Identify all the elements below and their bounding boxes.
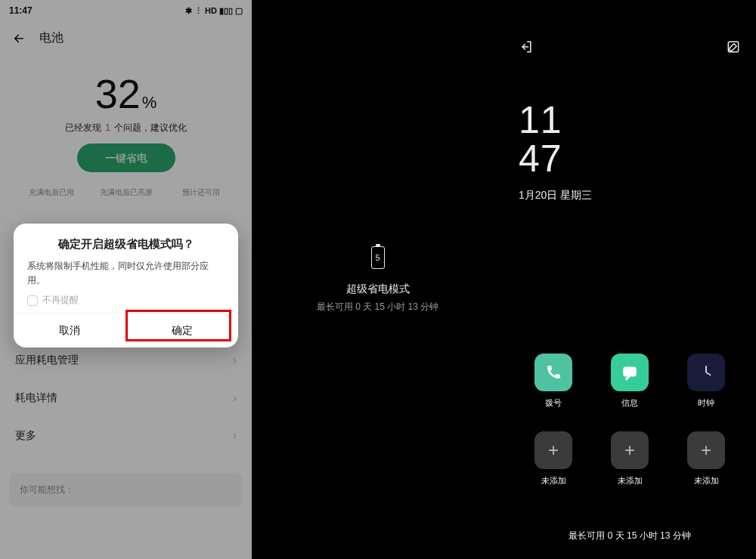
lock-clock: 11 47	[519, 101, 741, 178]
phone-icon	[534, 354, 572, 391]
battery-settings-screen: 11:47 ✱ ⋮ HD ▮▯▯ ▢ 电池 32% 已经发现 1 个问题，建议优…	[0, 0, 252, 559]
message-icon	[611, 354, 649, 391]
edit-icon[interactable]	[726, 39, 741, 57]
lock-date: 1月20日 星期三	[519, 189, 741, 202]
remaining-time-footer: 最长可用 0 天 15 小时 13 分钟	[503, 530, 756, 542]
app-label: 未添加	[618, 475, 643, 486]
app-clock[interactable]: 时钟	[680, 354, 733, 409]
app-dial[interactable]: 拨号	[527, 354, 580, 409]
checkbox-icon[interactable]	[27, 295, 38, 306]
app-add-slot-2[interactable]: + 未添加	[603, 431, 656, 486]
page-title: 电池	[39, 30, 64, 46]
chevron-right-icon: ›	[233, 429, 237, 443]
modal-check-label: 不再提醒	[42, 294, 79, 307]
status-time: 11:47	[9, 5, 33, 16]
super-saver-title: 超级省电模式	[346, 283, 410, 296]
chevron-right-icon: ›	[233, 354, 237, 367]
confirm-button[interactable]: 确定	[125, 313, 238, 347]
menu-power-detail[interactable]: 耗电详情 ›	[0, 379, 252, 417]
clock-hour: 11	[519, 101, 741, 140]
optimize-button[interactable]: 一键省电	[77, 144, 175, 172]
issues-prefix: 已经发现	[65, 122, 101, 133]
cancel-button[interactable]: 取消	[14, 313, 125, 347]
exit-icon[interactable]	[519, 39, 534, 57]
charge-info-row: 充满电后已用 充满电后已亮屏 预计还可用	[0, 187, 252, 198]
you-may-want-card[interactable]: 你可能想找：	[9, 473, 243, 507]
super-saver-info-screen: 5 超级省电模式 最长可用 0 天 15 小时 13 分钟	[252, 0, 503, 559]
app-add-slot-3[interactable]: + 未添加	[680, 431, 733, 486]
issues-count: 1	[105, 122, 110, 133]
confirm-super-saver-modal: 确定开启超级省电模式吗？ 系统将限制手机性能，同时仅允许使用部分应用。 不再提醒…	[14, 224, 238, 347]
super-saver-home-screen: 11 47 1月20日 星期三 拨号 信息 时钟 + 未添加 +	[503, 0, 756, 559]
plus-icon: +	[611, 431, 649, 469]
back-icon[interactable]	[12, 32, 26, 45]
home-top-bar	[519, 0, 741, 57]
menu-more[interactable]: 更多 ›	[0, 417, 252, 455]
plus-icon: +	[687, 431, 725, 469]
battery-percentage: 32%	[0, 70, 252, 117]
clock-minute: 47	[519, 140, 741, 178]
percent-sign: %	[142, 93, 157, 112]
menu-label: 更多	[15, 429, 36, 443]
app-messages[interactable]: 信息	[603, 354, 656, 409]
chevron-right-icon: ›	[233, 391, 237, 405]
issues-suffix: 个问题，建议优化	[114, 122, 187, 133]
super-saver-sub: 最长可用 0 天 15 小时 13 分钟	[317, 301, 438, 313]
modal-button-row: 取消 确定	[14, 313, 238, 347]
battery-icon: 5	[371, 246, 385, 269]
app-add-slot-1[interactable]: + 未添加	[527, 431, 580, 486]
charge-col-used: 充满电后已用	[14, 187, 88, 198]
battery-value: 32	[95, 71, 141, 116]
plus-icon: +	[534, 431, 572, 469]
status-icons: ✱ ⋮ HD ▮▯▯ ▢	[185, 6, 243, 16]
app-label: 未添加	[694, 475, 719, 486]
battery-icon-number: 5	[375, 253, 380, 262]
status-bar: 11:47 ✱ ⋮ HD ▮▯▯ ▢	[0, 0, 252, 21]
app-label: 拨号	[545, 397, 562, 409]
issues-found-text: 已经发现 1 个问题，建议优化	[0, 122, 252, 134]
page-header: 电池	[0, 21, 252, 49]
svg-rect-1	[623, 366, 636, 376]
app-label: 信息	[621, 397, 638, 409]
modal-dont-remind[interactable]: 不再提醒	[27, 294, 225, 307]
charge-col-screen: 充满电后已亮屏	[88, 187, 163, 198]
charge-col-remain: 预计还可用	[163, 187, 238, 198]
app-grid: 拨号 信息 时钟 + 未添加 + 未添加 + 未添加	[503, 354, 756, 486]
modal-title: 确定开启超级省电模式吗？	[27, 237, 225, 252]
menu-label: 耗电详情	[15, 391, 57, 405]
app-label: 时钟	[698, 397, 714, 409]
menu-label: 应用耗电管理	[15, 354, 79, 367]
menu-list: 应用耗电管理 › 耗电详情 › 更多 ›	[0, 341, 252, 455]
modal-body: 系统将限制手机性能，同时仅允许使用部分应用。	[27, 259, 225, 288]
app-label: 未添加	[541, 475, 566, 486]
clock-icon	[687, 354, 725, 391]
